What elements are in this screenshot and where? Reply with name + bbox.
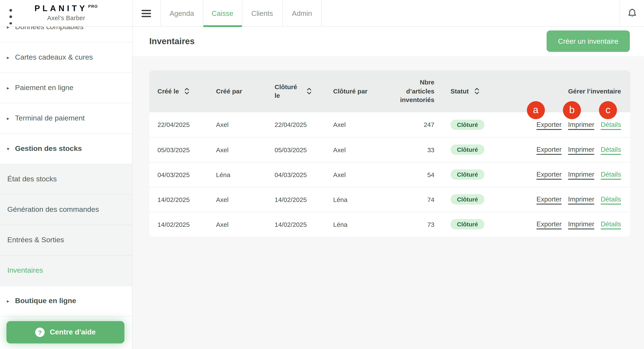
- logo-pro-badge: PRO: [88, 4, 98, 8]
- sidebar-item-label: Boutique en ligne: [15, 297, 76, 305]
- sidebar-item-generation-des-commandes[interactable]: Génération des commandes: [0, 195, 132, 225]
- cell-cree-par: Axel: [216, 121, 274, 128]
- print-link[interactable]: Imprimer: [568, 121, 594, 128]
- tab-agenda[interactable]: Agenda: [160, 0, 203, 26]
- table-row: 14/02/2025 Axel 14/02/2025 Léna 74 Clôtu…: [149, 187, 630, 212]
- hamburger-menu-icon[interactable]: [132, 0, 160, 26]
- details-link[interactable]: Détails: [601, 196, 621, 203]
- table-row: 22/04/2025 Axel 22/04/2025 Axel 247 Clôt…: [149, 112, 630, 137]
- cell-cree-le: 14/02/2025: [158, 221, 216, 228]
- export-link[interactable]: Exporter: [536, 220, 562, 228]
- cell-statut: Clôturé: [434, 144, 498, 155]
- column-header-cloture-le: Clôturé le: [274, 82, 333, 100]
- cell-cloture-par: Axel: [333, 121, 393, 128]
- sidebar-item-etat-des-stocks[interactable]: État des stocks: [0, 164, 132, 195]
- main-area: Inventaires Créer un inventaire Créé le …: [132, 26, 644, 349]
- status-badge: Clôturé: [450, 219, 484, 229]
- page-title: Inventaires: [149, 36, 194, 46]
- sidebar-item-paiement-en-ligne[interactable]: ▸Paiement en ligne: [0, 73, 132, 103]
- status-badge: Clôturé: [450, 119, 484, 130]
- column-header-gerer-inventaire: Gérer l’inventaire: [498, 87, 621, 96]
- cell-actions: Exporter Imprimer Détails: [498, 146, 621, 153]
- sort-icon[interactable]: [307, 88, 312, 95]
- question-circle-icon: ?: [35, 328, 44, 337]
- chevron-right-icon: ▸: [7, 55, 12, 60]
- sort-icon[interactable]: [184, 88, 189, 95]
- chevron-right-icon: ▸: [7, 298, 12, 304]
- print-link[interactable]: Imprimer: [568, 196, 594, 203]
- cell-statut: Clôturé: [434, 194, 498, 205]
- cell-cree-le: 22/04/2025: [158, 121, 216, 128]
- sidebar-item-entrees-sorties[interactable]: Entrées & Sorties: [0, 225, 132, 256]
- tab-label: Clients: [252, 9, 273, 17]
- content: Créé le Créé par Clôturé le Clôturé par …: [132, 56, 644, 236]
- tab-clients[interactable]: Clients: [242, 0, 282, 26]
- cell-nbre-articles: 247: [393, 121, 434, 128]
- status-badge: Clôturé: [450, 144, 484, 155]
- cell-cloture-le: 05/03/2025: [274, 146, 333, 153]
- sidebar-item-inventaires[interactable]: Inventaires: [0, 256, 132, 286]
- print-link[interactable]: Imprimer: [568, 171, 594, 178]
- print-link[interactable]: Imprimer: [568, 146, 594, 153]
- cell-cloture-le: 22/04/2025: [274, 121, 333, 128]
- cell-cree-par: Léna: [216, 171, 274, 178]
- sidebar: ▸Données comptables▸Cartes cadeaux & cur…: [0, 26, 132, 349]
- cell-statut: Clôturé: [434, 169, 498, 180]
- cell-actions: Exporter Imprimer Détails: [498, 196, 621, 203]
- export-link[interactable]: Exporter: [536, 196, 562, 203]
- print-link[interactable]: Imprimer: [568, 220, 594, 228]
- details-link[interactable]: Détails: [601, 220, 621, 228]
- cell-actions: Exporter Imprimer Détails: [498, 220, 621, 228]
- cell-cloture-le: 14/02/2025: [274, 221, 333, 228]
- sidebar-item-label: Données comptables: [15, 26, 84, 31]
- sidebar-item-gestion-des-stocks[interactable]: ▾Gestion des stocks: [0, 134, 132, 164]
- table-row: 05/03/2025 Axel 05/03/2025 Axel 33 Clôtu…: [149, 137, 630, 162]
- export-link[interactable]: Exporter: [536, 121, 562, 128]
- create-inventory-button[interactable]: Créer un inventaire: [546, 31, 630, 52]
- column-header-cloture-par: Clôturé par: [333, 87, 393, 96]
- sort-icon[interactable]: [474, 88, 479, 95]
- help-center-button[interactable]: ? Centre d'aide: [6, 321, 124, 344]
- sidebar-item-label: Terminal de paiement: [15, 114, 85, 123]
- table-row: 14/02/2025 Axel 14/02/2025 Léna 73 Clôtu…: [149, 212, 630, 236]
- notification-bell-icon[interactable]: [620, 0, 644, 26]
- sidebar-item-boutique-en-ligne[interactable]: ▸Boutique en ligne: [0, 286, 132, 317]
- annotation-circle-a: a: [527, 101, 545, 119]
- cell-cloture-par: Léna: [333, 196, 393, 203]
- cell-cloture-par: Axel: [333, 146, 393, 153]
- cell-cloture-le: 04/03/2025: [274, 171, 333, 178]
- chevron-right-icon: ▸: [7, 85, 12, 91]
- cell-nbre-articles: 33: [393, 146, 434, 153]
- tab-label: Caisse: [212, 9, 234, 17]
- details-link[interactable]: Détails: [601, 171, 621, 178]
- cell-cloture-par: Axel: [333, 171, 393, 178]
- tab-admin[interactable]: Admin: [282, 0, 322, 26]
- tab-caisse[interactable]: Caisse: [203, 0, 242, 26]
- cell-nbre-articles: 73: [393, 221, 434, 228]
- table-row: 04/03/2025 Léna 04/03/2025 Axel 54 Clôtu…: [149, 162, 630, 187]
- export-link[interactable]: Exporter: [536, 171, 562, 178]
- table-body: 22/04/2025 Axel 22/04/2025 Axel 247 Clôt…: [149, 112, 630, 236]
- brand-zone: PLANITYPRO Axel’s Barber: [0, 0, 132, 26]
- details-link[interactable]: Détails: [601, 121, 621, 128]
- table-header-row: Créé le Créé par Clôturé le Clôturé par …: [149, 70, 630, 112]
- export-link[interactable]: Exporter: [536, 146, 562, 153]
- column-header-cree-par: Créé par: [216, 87, 274, 96]
- sidebar-item-label: État des stocks: [7, 175, 57, 184]
- cell-cree-le: 14/02/2025: [158, 196, 216, 203]
- sidebar-item-label: Génération des commandes: [7, 205, 99, 214]
- sidebar-item-label: Paiement en ligne: [15, 84, 73, 92]
- cell-cree-par: Axel: [216, 221, 274, 228]
- page-header: Inventaires Créer un inventaire: [132, 26, 644, 56]
- top-nav: AgendaCaisseClientsAdmin: [132, 0, 322, 26]
- sidebar-item-cartes-cadeaux-cures[interactable]: ▸Cartes cadeaux & cures: [0, 42, 132, 73]
- tab-label: Agenda: [170, 9, 194, 17]
- details-link[interactable]: Détails: [601, 146, 621, 153]
- cell-cree-le: 05/03/2025: [158, 146, 216, 153]
- cell-cree-par: Axel: [216, 196, 274, 203]
- sidebar-item-donnees-comptables[interactable]: ▸Données comptables: [0, 26, 132, 42]
- sidebar-item-terminal-de-paiement[interactable]: ▸Terminal de paiement: [0, 103, 132, 134]
- cell-statut: Clôturé: [434, 219, 498, 229]
- status-badge: Clôturé: [450, 194, 484, 205]
- cell-actions: Exporter Imprimer Détails: [498, 121, 621, 128]
